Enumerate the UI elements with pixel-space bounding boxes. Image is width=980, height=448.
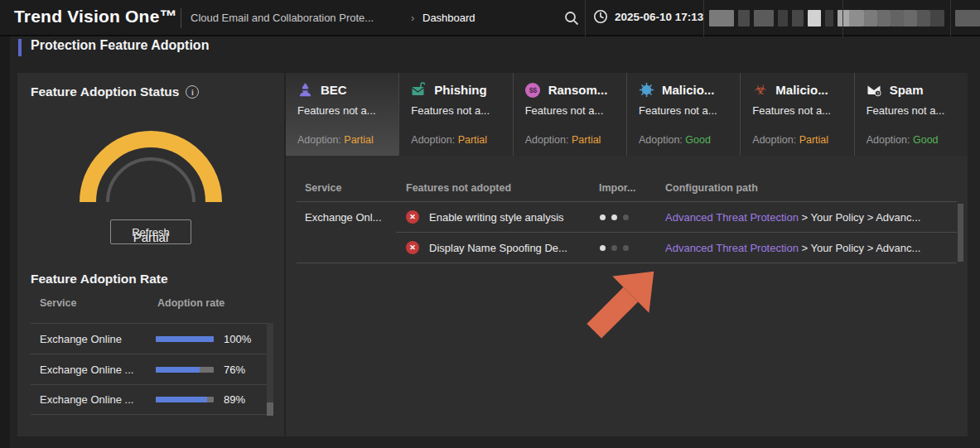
feature-name: Display Name Spoofing De... [429, 242, 567, 254]
configuration-path-link[interactable]: Advanced Threat Protection [665, 242, 799, 254]
app-logo[interactable]: Trend Vision One™ [14, 7, 177, 26]
adoption-rate-bar [156, 336, 214, 342]
adoption-rate-value: 89% [224, 393, 245, 406]
brand-divider [181, 8, 181, 28]
rate-col-service: Service [40, 297, 76, 309]
tab-bec[interactable]: BEC Features not a... Adoption: Partial [286, 73, 398, 156]
page-title: Protection Feature Adoption [31, 38, 209, 53]
redacted-block[interactable] [754, 10, 774, 26]
threat-tabs: BEC Features not a... Adoption: Partial … [286, 73, 968, 156]
ransomware-dollar-icon: $$ [525, 82, 541, 98]
configuration-path-link[interactable]: Advanced Threat Protection [665, 211, 799, 224]
info-icon[interactable]: i [186, 85, 199, 99]
rate-service-name: Exchange Online [40, 333, 146, 345]
col-importance: Impor... [599, 182, 644, 194]
importance-dot [623, 245, 629, 251]
rate-col-adoption-rate: Adoption rate [157, 297, 224, 309]
rate-table-scrollbar[interactable] [267, 323, 273, 416]
search-icon[interactable] [563, 10, 580, 26]
adoption-value: Good [685, 134, 711, 146]
gauge-arc [88, 139, 214, 202]
tab-label: Malicio... [775, 83, 828, 97]
status-card-title: Feature Adoption Status [31, 84, 179, 99]
tab-spam[interactable]: ! Spam Features not a... Adoption: Good [854, 73, 968, 156]
importance-dot [600, 214, 606, 220]
rate-table-row[interactable]: Exchange Online 100% [31, 323, 271, 354]
scrollbar-thumb[interactable] [267, 402, 273, 416]
not-adopted-x-icon: ✕ [406, 241, 419, 254]
adoption-status-gauge: Partial [78, 123, 224, 205]
breadcrumb-parent[interactable]: Cloud Email and Collaboration Prote... [191, 12, 374, 24]
redacted-block[interactable] [792, 10, 804, 26]
redacted-toolbar-group[interactable] [955, 10, 980, 26]
redacted-block[interactable] [891, 10, 904, 26]
adoption-label: Adoption: [297, 134, 341, 146]
breadcrumb-current[interactable]: Dashboard [422, 12, 476, 24]
timestamp-control[interactable]: 2025-06-10 17:13 [593, 9, 703, 24]
col-service: Service [305, 182, 341, 194]
tab-label: Spam [890, 83, 924, 97]
spam-envelope-alert-icon: ! [867, 82, 882, 98]
gauge-inner-arc [108, 159, 194, 202]
adoption-label: Adoption: [525, 134, 569, 146]
topbar-divider [585, 0, 586, 36]
configuration-path-rest: > Your Policy > Advanc... [799, 242, 920, 254]
adoption-value: Partial [458, 134, 487, 146]
col-features-not-adopted: Features not adopted [406, 182, 511, 194]
redacted-toolbar-group[interactable] [709, 10, 852, 26]
importance-dot [600, 245, 606, 251]
redacted-block[interactable] [955, 10, 980, 26]
redacted-block[interactable] [904, 10, 917, 26]
redacted-block[interactable] [709, 10, 734, 26]
adoption-value: Good [913, 134, 939, 146]
redacted-block[interactable] [738, 10, 750, 26]
tab-label: Malicio... [662, 83, 714, 97]
configuration-path: Advanced Threat Protection > Your Policy… [665, 211, 947, 224]
top-bar: Trend Vision One™ Cloud Email and Collab… [0, 0, 980, 36]
tab-subtitle: Features not a... [639, 104, 731, 117]
redacted-block[interactable] [778, 10, 788, 26]
adoption-value: Partial [344, 134, 373, 146]
configuration-path-rest: > Your Policy > Advanc... [799, 211, 920, 224]
redacted-block[interactable] [930, 10, 944, 26]
redacted-block[interactable] [808, 10, 821, 26]
tab-malicious-content[interactable]: Malicio... Features not a... Adoption: G… [626, 73, 740, 156]
refresh-button[interactable]: Refresh [110, 219, 191, 244]
adoption-label: Adoption: [867, 134, 910, 146]
adoption-rate-bar-fill [156, 397, 207, 402]
feature-table-scrollbar[interactable] [958, 204, 963, 262]
svg-text:!: ! [877, 91, 879, 96]
tab-ransomware[interactable]: $$ Ransom... Features not a... Adoption:… [513, 73, 626, 156]
tab-phishing[interactable]: Phishing Features not a... Adoption: Par… [398, 73, 512, 156]
redacted-block[interactable] [849, 10, 864, 26]
topbar-divider [842, 0, 843, 36]
rate-service-name: Exchange Online ... [40, 364, 146, 376]
feature-adoption-status-card: Feature Adoption Status i Partial Refres… [17, 73, 284, 436]
feature-table-row[interactable]: ✕ Display Name Spoofing De... Advanced T… [286, 233, 957, 263]
rate-table-row[interactable]: Exchange Online ... 89% [31, 384, 271, 415]
rate-table-row[interactable]: Exchange Online ... 76% [31, 354, 271, 384]
tab-label: BEC [321, 83, 347, 97]
left-edge-strip [0, 36, 10, 448]
tab-malicious-urls[interactable]: ☣ Malicio... Features not a... Adoption:… [740, 73, 853, 156]
tab-subtitle: Features not a... [752, 104, 845, 117]
adoption-rate-table: Exchange Online 100% Exchange Online ...… [31, 323, 271, 415]
feature-table-row[interactable]: Exchange Onl... ✕ Enable writing style a… [286, 202, 957, 232]
redacted-block[interactable] [825, 10, 833, 26]
redacted-block[interactable] [877, 10, 891, 26]
adoption-rate-bar [156, 397, 214, 402]
tab-subtitle: Features not a... [297, 104, 390, 117]
adoption-label: Adoption: [639, 134, 683, 146]
adoption-rate-value: 100% [224, 333, 251, 345]
tab-subtitle: Features not a... [867, 104, 959, 117]
tab-label: Phishing [434, 83, 486, 97]
redacted-block[interactable] [917, 10, 930, 26]
redacted-block[interactable] [864, 10, 877, 26]
clock-icon [593, 9, 608, 24]
adoption-value: Partial [572, 134, 601, 146]
redacted-toolbar-group[interactable] [849, 10, 944, 26]
not-adopted-x-icon: ✕ [406, 210, 419, 224]
adoption-label: Adoption: [411, 134, 455, 146]
rate-service-name: Exchange Online ... [40, 393, 146, 406]
adoption-label: Adoption: [752, 134, 796, 146]
